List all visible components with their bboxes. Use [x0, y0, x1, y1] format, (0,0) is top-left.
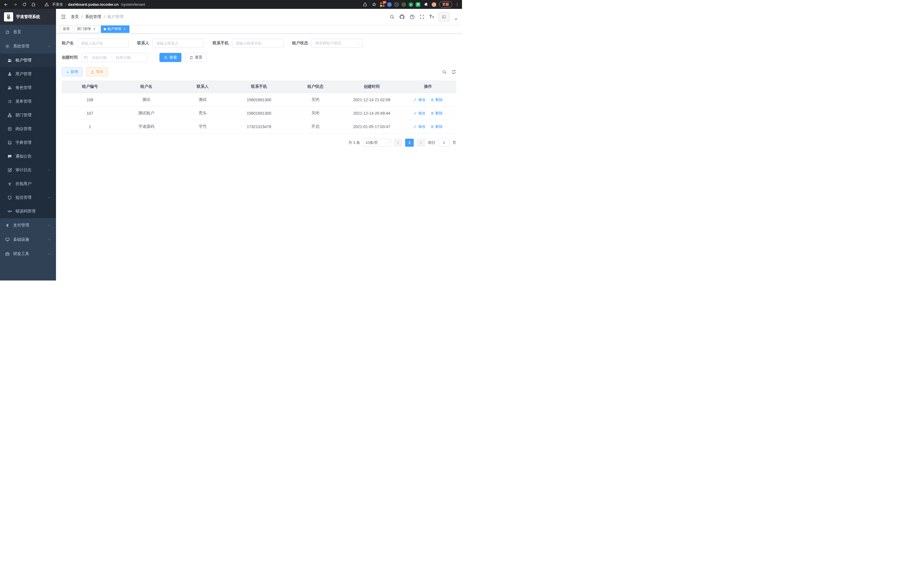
reload-icon[interactable] [21, 2, 27, 8]
edit-link[interactable]: 修改 [413, 124, 425, 129]
sidebar-toggle-icon[interactable] [61, 14, 66, 20]
goto-page-input[interactable] [438, 139, 450, 147]
browser-menu-icon[interactable]: ⋮ [455, 2, 459, 7]
date-end-input[interactable] [113, 56, 134, 60]
sidebar-item-error-code[interactable]: </> 错误码管理 [0, 205, 56, 218]
breadcrumb-system[interactable]: 系统管理 [85, 14, 101, 20]
sidebar-item-home[interactable]: 首页 [0, 25, 56, 39]
avatar-caret-icon[interactable] [454, 19, 458, 20]
sidebar-item-sms[interactable]: 短信管理 [0, 191, 56, 205]
extension-olive-icon[interactable] [401, 2, 406, 7]
yen-icon: ¥ [5, 223, 10, 228]
sidebar-item-dev-tools[interactable]: 研发工具 [0, 247, 56, 261]
next-page-button[interactable] [417, 139, 425, 147]
tab-dept[interactable]: 部门管理 × [74, 26, 99, 33]
page-size-select[interactable]: 10条/页 [363, 139, 391, 147]
filter-create-time: 创建时间 - [62, 53, 147, 62]
github-icon[interactable] [399, 14, 405, 20]
extension-grid-icon[interactable]: 10 [380, 2, 385, 7]
share-icon[interactable] [362, 2, 368, 8]
cell-status: 关闭 [287, 93, 344, 106]
extensions-puzzle-icon[interactable] [423, 2, 429, 8]
sidebar-item-audit-log[interactable]: 审计日志 [0, 163, 56, 177]
tenant-name-input[interactable] [77, 39, 129, 48]
sidebar-item-label: 部门管理 [15, 113, 32, 118]
extension-dark-icon[interactable] [394, 2, 399, 7]
org-tree-icon [8, 113, 12, 117]
font-size-icon[interactable]: TT [429, 15, 434, 19]
status-select[interactable]: 请选择租户状态 [311, 39, 363, 48]
help-icon[interactable] [410, 14, 415, 20]
prev-page-button[interactable] [394, 139, 402, 147]
sidebar-item-payment[interactable]: ¥ 支付管理 [0, 218, 56, 232]
page-size-value: 10条/页 [365, 140, 378, 145]
page-number-1[interactable]: 1 [405, 139, 414, 147]
contact-input[interactable] [153, 39, 204, 48]
cell-actions: 修改 删除 [400, 93, 456, 106]
sidebar-logo[interactable]: 芋道管理系统 [0, 9, 56, 25]
cell-contact: 芋艿 [175, 120, 231, 133]
export-button[interactable]: 导出 [86, 67, 108, 76]
add-button[interactable]: + 新增 [62, 67, 82, 76]
sidebar-item-online-user[interactable]: 在线用户 [0, 177, 56, 191]
tab-label: 租户管理 [107, 27, 121, 32]
address-bar[interactable]: 不安全 dashboard.yudao.iocoder.cn/system/te… [39, 2, 359, 8]
toggle-search-icon[interactable] [442, 69, 447, 74]
filter-row-2: 创建时间 - 搜索 重置 [62, 53, 456, 62]
chevron-right-icon [419, 141, 423, 144]
extension-green-square-icon[interactable] [416, 2, 420, 7]
delete-link[interactable]: 删除 [430, 111, 442, 116]
extension-green-circle-icon[interactable]: y [409, 2, 413, 7]
sidebar-item-post[interactable]: 岗位管理 [0, 122, 56, 136]
delete-link[interactable]: 删除 [430, 97, 442, 102]
search-icon[interactable] [389, 14, 394, 20]
breadcrumb-home[interactable]: 首页 [71, 14, 79, 20]
sidebar-item-user[interactable]: 用户管理 [0, 67, 56, 81]
sidebar-item-label: 研发工具 [13, 251, 29, 256]
sidebar-item-notice[interactable]: 通知公告 [0, 150, 56, 163]
date-separator: - [111, 56, 112, 60]
tab-home[interactable]: 首页 [60, 26, 73, 33]
edit-link[interactable]: 修改 [413, 97, 425, 102]
sidebar-item-tenant[interactable]: 租户管理 [0, 53, 56, 67]
toolbox-icon [5, 252, 10, 256]
avatar[interactable] [439, 12, 449, 21]
extension-blue-icon[interactable] [387, 2, 392, 7]
filter-phone: 联系手机 [213, 39, 284, 48]
refresh-table-icon[interactable] [452, 69, 456, 74]
sidebar-item-dept[interactable]: 部门管理 [0, 108, 56, 122]
close-icon[interactable]: × [123, 27, 127, 31]
status-label: 租户状态 [292, 41, 308, 46]
tab-tenant[interactable]: 租户管理 × [101, 26, 129, 33]
trash-icon [430, 125, 434, 128]
chevron-left-icon [396, 141, 400, 144]
sidebar-item-system[interactable]: 系统管理 [0, 39, 56, 53]
sidebar-item-infrastructure[interactable]: 基础设施 [0, 232, 56, 247]
bookmark-star-icon[interactable] [371, 2, 377, 8]
main-area: 首页 / 系统管理 / 租户管理 TT 首页 [56, 9, 462, 281]
home-icon[interactable] [30, 2, 37, 8]
sidebar-item-role[interactable]: 角色管理 [0, 81, 56, 95]
chevron-down-icon [47, 168, 51, 172]
phone-input[interactable] [232, 39, 284, 48]
page-unit-label: 页 [453, 140, 456, 145]
update-button[interactable]: 更新 [439, 1, 452, 8]
reset-button[interactable]: 重置 [185, 53, 207, 62]
people-icon [8, 86, 12, 90]
sidebar-item-menu[interactable]: 菜单管理 [0, 95, 56, 108]
sidebar-item-label: 首页 [13, 29, 21, 35]
profile-avatar[interactable] [432, 2, 436, 7]
forward-icon[interactable] [12, 2, 18, 8]
search-button[interactable]: 搜索 [159, 53, 182, 62]
edit-link[interactable]: 修改 [413, 111, 425, 116]
col-status: 租户状态 [287, 80, 344, 93]
delete-link[interactable]: 删除 [430, 124, 442, 129]
date-range-picker[interactable]: - [81, 53, 147, 62]
back-icon[interactable] [3, 2, 9, 8]
date-start-input[interactable] [89, 56, 110, 60]
close-icon[interactable]: × [92, 27, 96, 31]
fullscreen-icon[interactable] [419, 14, 424, 20]
logo-image [4, 12, 13, 21]
sidebar-item-dict[interactable]: 字典管理 [0, 136, 56, 150]
pagination: 共 3 条 10条/页 1 前往 页 [62, 139, 456, 147]
